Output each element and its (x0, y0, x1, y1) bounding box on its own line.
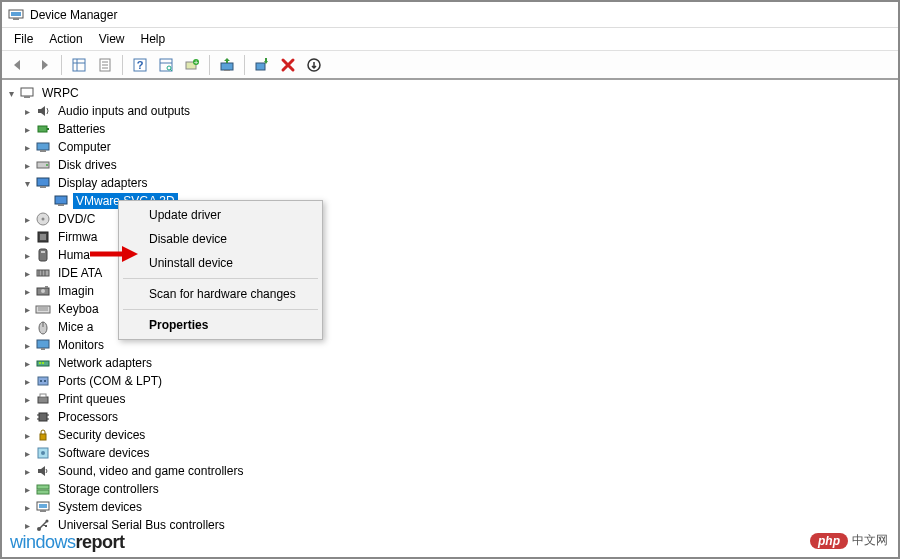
cpu-icon (35, 409, 51, 425)
chevron-right-icon[interactable]: ▸ (20, 338, 34, 352)
chevron-right-icon[interactable]: ▸ (20, 140, 34, 154)
tree-category-label: Mice a (55, 319, 96, 335)
svg-text:?: ? (137, 59, 144, 71)
tree-category-row[interactable]: ▸Ports (COM & LPT) (20, 372, 896, 390)
context-menu-item[interactable]: Update driver (121, 203, 320, 227)
software-icon (35, 445, 51, 461)
window-title: Device Manager (30, 8, 117, 22)
context-menu-item[interactable]: Scan for hardware changes (121, 282, 320, 306)
svg-rect-19 (221, 63, 233, 70)
disable-button[interactable] (250, 53, 274, 77)
tree-category-row[interactable]: ▸System devices (20, 498, 896, 516)
tree-category-row[interactable]: ▸Storage controllers (20, 480, 896, 498)
chevron-down-icon[interactable]: ▾ (4, 86, 18, 100)
svg-rect-34 (55, 196, 67, 204)
svg-rect-25 (24, 96, 30, 98)
menu-view[interactable]: View (91, 30, 133, 48)
svg-rect-48 (45, 286, 48, 288)
disk-icon (35, 157, 51, 173)
chevron-right-icon[interactable]: ▸ (20, 212, 34, 226)
svg-rect-35 (58, 204, 64, 206)
tree-category-label: Processors (55, 409, 121, 425)
properties-button[interactable] (93, 53, 117, 77)
chevron-right-icon[interactable]: ▸ (20, 428, 34, 442)
svg-point-57 (39, 362, 41, 364)
scan-hardware-button[interactable] (154, 53, 178, 77)
forward-button[interactable] (32, 53, 56, 77)
tree-root-row[interactable]: ▾ WRPC (4, 84, 896, 102)
menu-help[interactable]: Help (133, 30, 174, 48)
svg-rect-40 (39, 249, 47, 261)
chevron-right-icon[interactable]: ▸ (20, 158, 34, 172)
storage-icon (35, 481, 51, 497)
chevron-right-icon[interactable]: ▸ (20, 122, 34, 136)
show-hide-tree-button[interactable] (67, 53, 91, 77)
tree-category-row[interactable]: ▸Software devices (20, 444, 896, 462)
chevron-right-icon[interactable]: ▸ (20, 266, 34, 280)
tree-category-row[interactable]: ▸Computer (20, 138, 896, 156)
uninstall-button[interactable] (276, 53, 300, 77)
svg-point-71 (41, 451, 45, 455)
tree-category-label: Firmwa (55, 229, 100, 245)
watermark-php: php 中文网 (810, 532, 888, 549)
toolbar-separator (209, 55, 210, 75)
tree-category-row[interactable]: ▸Audio inputs and outputs (20, 102, 896, 120)
chevron-right-icon[interactable]: ▸ (20, 500, 34, 514)
chevron-right-icon[interactable]: ▸ (20, 230, 34, 244)
chevron-right-icon[interactable]: ▸ (20, 482, 34, 496)
tree-category-row[interactable]: ▸Batteries (20, 120, 896, 138)
chevron-right-icon[interactable]: ▸ (20, 518, 34, 532)
chevron-right-icon[interactable]: ▸ (20, 104, 34, 118)
tree-category-row[interactable]: ▸Print queues (20, 390, 896, 408)
tree-category-row[interactable]: ▸Sound, video and game controllers (20, 462, 896, 480)
chevron-right-icon[interactable]: ▸ (20, 302, 34, 316)
chevron-right-icon[interactable]: ▸ (20, 392, 34, 406)
tree-category-label: Batteries (55, 121, 108, 137)
back-button[interactable] (6, 53, 30, 77)
svg-rect-75 (40, 510, 46, 512)
chevron-right-icon[interactable]: ▸ (20, 464, 34, 478)
dvd-icon (35, 211, 51, 227)
tree-category-label: System devices (55, 499, 145, 515)
chevron-right-icon[interactable]: ▸ (20, 320, 34, 334)
context-menu-item[interactable]: Disable device (121, 227, 320, 251)
update-driver-button[interactable] (215, 53, 239, 77)
svg-rect-1 (13, 18, 19, 20)
chevron-right-icon[interactable]: ▸ (20, 284, 34, 298)
svg-point-61 (44, 380, 46, 382)
battery-icon (35, 121, 51, 137)
svg-rect-21 (256, 63, 265, 70)
svg-rect-27 (47, 128, 49, 130)
help-button[interactable]: ? (128, 53, 152, 77)
tree-category-row[interactable]: ▸Disk drives (20, 156, 896, 174)
svg-rect-39 (40, 234, 46, 240)
tree-category-label: Universal Serial Bus controllers (55, 517, 228, 533)
chevron-right-icon[interactable]: ▸ (20, 356, 34, 370)
chevron-right-icon[interactable]: ▸ (20, 410, 34, 424)
chevron-right-icon[interactable]: ▸ (20, 446, 34, 460)
add-legacy-button[interactable]: + (180, 53, 204, 77)
tree-category-row[interactable]: ▸Security devices (20, 426, 896, 444)
chevron-right-icon[interactable]: ▸ (20, 248, 34, 262)
svg-rect-62 (38, 397, 48, 403)
tree-category-row[interactable]: ▾Display adapters (20, 174, 896, 192)
titlebar: Device Manager (2, 2, 898, 28)
tree-category-label: Audio inputs and outputs (55, 103, 193, 119)
context-menu-item[interactable]: Uninstall device (121, 251, 320, 275)
tree-category-label: Storage controllers (55, 481, 162, 497)
firmware-icon (35, 229, 51, 245)
menu-file[interactable]: File (6, 30, 41, 48)
tree-category-row[interactable]: ▸Universal Serial Bus controllers (20, 516, 896, 534)
tree-category-label: Sound, video and game controllers (55, 463, 246, 479)
chevron-down-icon[interactable]: ▾ (20, 176, 34, 190)
tree-category-label: Print queues (55, 391, 128, 407)
menu-action[interactable]: Action (41, 30, 90, 48)
svg-rect-3 (73, 59, 85, 71)
system-icon (35, 499, 51, 515)
context-menu-item[interactable]: Properties (121, 313, 320, 337)
chevron-right-icon[interactable]: ▸ (20, 374, 34, 388)
enable-button[interactable] (302, 53, 326, 77)
tree-category-row[interactable]: ▸Processors (20, 408, 896, 426)
tree-category-row[interactable]: ▸Network adapters (20, 354, 896, 372)
svg-point-47 (41, 289, 45, 293)
